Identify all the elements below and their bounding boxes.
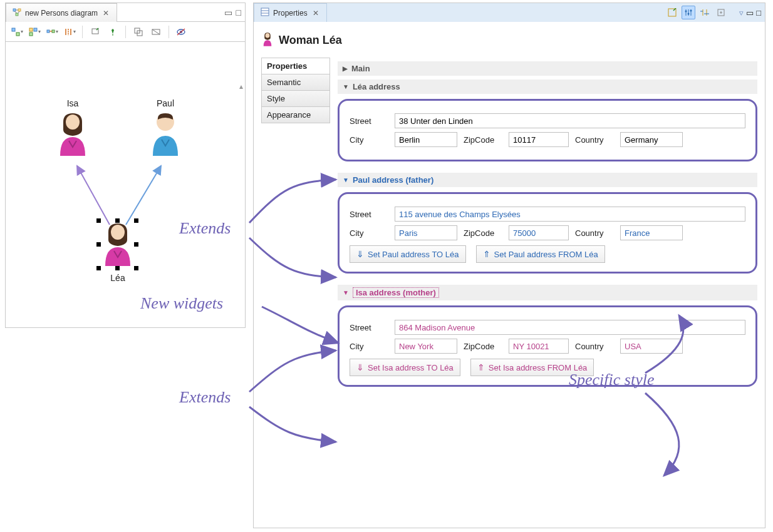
chevron-down-icon: ▼ — [343, 289, 349, 296]
section-paul-body: Street City ZipCode Country ⇓Set Paul ad… — [338, 192, 757, 274]
diagram-tab[interactable]: new Persons diagram ✕ — [6, 3, 117, 22]
svg-rect-32 — [261, 8, 269, 16]
section-isa-header[interactable]: ▼ Isa address (mother) — [338, 285, 757, 300]
properties-tab[interactable]: Properties ✕ — [254, 3, 327, 22]
node-label: Paul — [137, 98, 194, 108]
country-label: Country — [575, 342, 614, 351]
street-label: Street — [350, 210, 388, 219]
annotation-extends-2: Extends — [179, 388, 231, 407]
isa-country-input[interactable] — [620, 339, 683, 354]
svg-rect-6 — [12, 28, 15, 31]
unpin-button[interactable] — [105, 24, 120, 39]
svg-point-29 — [111, 225, 125, 240]
isa-street-input[interactable] — [395, 320, 745, 335]
refresh-button[interactable]: ▾ — [44, 24, 60, 39]
lea-country-input[interactable] — [620, 132, 683, 147]
street-label: Street — [350, 116, 388, 126]
maximize-view-icon[interactable]: □ — [236, 8, 241, 18]
section-lea-header[interactable]: ▼ Léa address — [338, 79, 757, 94]
svg-rect-2 — [16, 13, 18, 16]
view-menu-icon[interactable]: ▿ — [739, 8, 744, 18]
side-tab-appearance[interactable]: Appearance — [261, 106, 330, 123]
close-icon[interactable]: ✕ — [311, 9, 320, 18]
section-isa-body: Street City ZipCode Country ⇓Set Isa add… — [338, 305, 757, 387]
set-paul-to-lea-button[interactable]: ⇓Set Paul address TO Léa — [350, 245, 466, 263]
scroll-up-icon[interactable]: ▴ — [239, 82, 243, 91]
svg-rect-0 — [13, 9, 16, 11]
svg-point-46 — [266, 33, 270, 38]
diagram-canvas[interactable]: ▴ Isa Paul — [6, 42, 245, 327]
section-title: Isa address (mother) — [353, 287, 439, 298]
paul-country-input[interactable] — [620, 225, 683, 240]
paul-zip-input[interactable] — [509, 225, 569, 240]
svg-point-39 — [685, 11, 687, 13]
minimize-view-icon[interactable]: ▭ — [746, 8, 754, 18]
layer-visibility-button[interactable] — [174, 24, 189, 39]
zip-label: ZipCode — [464, 228, 502, 238]
street-label: Street — [350, 323, 388, 332]
country-label: Country — [575, 228, 614, 238]
isa-city-input[interactable] — [395, 339, 457, 354]
isa-zip-input[interactable] — [509, 339, 569, 354]
section-main-header[interactable]: ▶ Main — [338, 61, 757, 76]
maximize-view-icon[interactable]: □ — [756, 8, 761, 18]
city-label: City — [350, 228, 388, 238]
svg-line-30 — [77, 166, 110, 225]
svg-rect-1 — [18, 9, 21, 11]
side-tab-properties[interactable]: Properties — [261, 58, 330, 74]
set-paul-from-lea-button[interactable]: ⇑Set Paul address FROM Léa — [476, 245, 605, 263]
svg-line-21 — [152, 29, 160, 34]
diagram-toolbar: ▾ ▾ ▾ ▾ — [6, 22, 245, 42]
section-lea-body: Street City ZipCode Country — [338, 99, 757, 161]
diagram-editor-pane: new Persons diagram ✕ ▭ □ ▾ ▾ ▾ ▾ ▴ Isa — [5, 3, 246, 328]
arrow-down-icon: ⇓ — [356, 249, 364, 259]
section-paul-header[interactable]: ▼ Paul address (father) — [338, 173, 757, 187]
connector-lines — [6, 42, 245, 327]
svg-rect-9 — [34, 28, 37, 31]
arrow-down-icon: ⇓ — [356, 362, 364, 372]
zip-label: ZipCode — [464, 342, 502, 351]
svg-line-5 — [18, 11, 19, 13]
city-label: City — [350, 342, 388, 351]
object-title: Woman Léa — [279, 34, 342, 47]
properties-side-tabs: Properties Semantic Style Appearance — [261, 58, 330, 398]
paul-street-input[interactable] — [395, 207, 745, 222]
arrange-all-button[interactable]: ▾ — [9, 24, 24, 39]
zoom-fit-button[interactable] — [148, 24, 163, 39]
show-categories-button[interactable] — [665, 6, 679, 19]
lea-zip-input[interactable] — [509, 132, 569, 147]
city-label: City — [350, 135, 388, 145]
pin-properties-button[interactable] — [714, 6, 728, 19]
lea-city-input[interactable] — [395, 132, 457, 147]
side-tab-style[interactable]: Style — [261, 90, 330, 107]
layers-button[interactable]: ▾ — [62, 24, 77, 39]
select-all-button[interactable]: ▾ — [27, 24, 42, 39]
diagram-node-lea[interactable]: Léa — [90, 221, 146, 283]
restore-defaults-button[interactable] — [698, 6, 712, 19]
show-advanced-button[interactable] — [682, 6, 695, 19]
minimize-view-icon[interactable]: ▭ — [224, 8, 232, 18]
section-title: Léa address — [353, 82, 400, 91]
zip-label: ZipCode — [464, 135, 502, 145]
set-isa-from-lea-button[interactable]: ⇑Set Isa address FROM Léa — [470, 359, 594, 376]
woman-icon — [54, 111, 91, 158]
diagram-tab-label: new Persons diagram — [25, 9, 98, 18]
svg-point-26 — [66, 115, 80, 130]
arrow-up-icon: ⇑ — [477, 362, 485, 372]
pin-button[interactable] — [88, 24, 103, 39]
set-isa-to-lea-button[interactable]: ⇓Set Isa address TO Léa — [350, 359, 460, 376]
svg-rect-11 — [47, 30, 49, 33]
svg-rect-12 — [52, 30, 54, 33]
button-label: Set Paul address TO Léa — [368, 250, 459, 259]
svg-point-41 — [690, 10, 692, 12]
paul-city-input[interactable] — [395, 225, 457, 240]
side-tab-semantic[interactable]: Semantic — [261, 74, 330, 91]
man-icon — [147, 111, 184, 158]
svg-point-40 — [688, 13, 690, 15]
button-label: Set Paul address FROM Léa — [494, 250, 598, 259]
lea-street-input[interactable] — [395, 113, 745, 128]
diagram-node-paul[interactable]: Paul — [137, 98, 194, 160]
close-icon[interactable]: ✕ — [101, 9, 110, 18]
diagram-node-isa[interactable]: Isa — [44, 98, 101, 160]
zoom-in-button[interactable] — [131, 24, 146, 39]
